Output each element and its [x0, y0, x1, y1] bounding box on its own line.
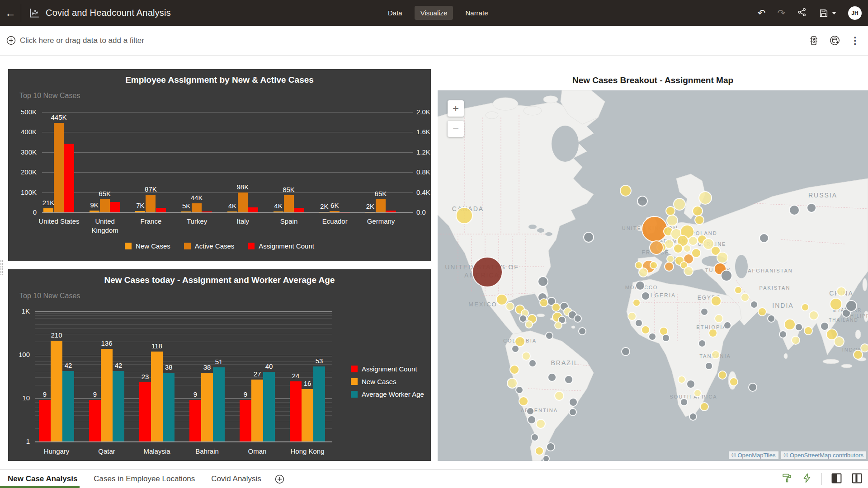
map-bubble[interactable]: [543, 455, 549, 461]
tab-visualize[interactable]: Visualize: [415, 6, 453, 20]
bar-new-cases[interactable]: [365, 212, 375, 213]
map-bubble[interactable]: [531, 434, 538, 441]
map-bubble[interactable]: [665, 262, 674, 271]
map-bubble[interactable]: [689, 236, 698, 245]
auto-insights-bolt-icon[interactable]: [802, 473, 812, 485]
bar-average-worker-age[interactable]: [313, 366, 325, 441]
map-bubble[interactable]: [758, 308, 766, 316]
map-bubble[interactable]: [507, 378, 517, 388]
refresh-data-icon[interactable]: [829, 35, 840, 46]
bar-assignment-count[interactable]: [110, 202, 120, 212]
map-bubble[interactable]: [701, 308, 708, 315]
bar-new-cases[interactable]: [201, 373, 213, 441]
bar-assignment-count[interactable]: [156, 208, 166, 212]
legend-item[interactable]: Assignment Count: [351, 365, 424, 373]
map-bubble[interactable]: [837, 287, 846, 296]
map-bubble[interactable]: [519, 315, 527, 322]
map-bubble[interactable]: [749, 383, 757, 391]
redo-icon[interactable]: ↷: [777, 8, 785, 18]
map-bubble[interactable]: [540, 299, 548, 307]
bar-assignment-count[interactable]: [89, 400, 101, 441]
map-bubble[interactable]: [662, 334, 670, 342]
bar-assignment-count[interactable]: [240, 400, 251, 441]
map-bubble[interactable]: [846, 300, 857, 311]
bar-assignment-count[interactable]: [386, 211, 396, 212]
chart-employee-assignment[interactable]: Employee Assignment by New & Active Case…: [8, 69, 431, 261]
map-bubble[interactable]: [821, 322, 829, 330]
map-bubble[interactable]: [635, 262, 642, 269]
map-bubble[interactable]: [674, 198, 685, 210]
map-bubble[interactable]: [472, 257, 502, 287]
map-bubble[interactable]: [792, 336, 800, 344]
map-bubble[interactable]: [667, 255, 674, 263]
map-bubble[interactable]: [666, 206, 675, 216]
bar-new-cases[interactable]: [90, 211, 99, 212]
bar-assignment-count[interactable]: [248, 207, 258, 212]
map-bubble[interactable]: [730, 378, 738, 386]
canvas-resize-handle[interactable]: [0, 260, 3, 275]
map-bubble[interactable]: [637, 196, 647, 206]
map-bubble[interactable]: [712, 351, 720, 359]
tab-data[interactable]: Data: [382, 6, 408, 20]
map-bubble[interactable]: [536, 419, 545, 428]
canvas-tab-cases-in-employee-locations[interactable]: Cases in Employee Locations: [94, 474, 195, 483]
map-bubble[interactable]: [741, 293, 749, 301]
map-bubble[interactable]: [768, 315, 775, 322]
undo-icon[interactable]: ↶: [758, 8, 766, 18]
map-bubble[interactable]: [622, 347, 630, 356]
add-canvas-button[interactable]: [275, 474, 284, 484]
bar-average-worker-age[interactable]: [163, 373, 175, 441]
bar-new-cases[interactable]: [51, 341, 62, 441]
map-bubble[interactable]: [456, 207, 472, 224]
user-avatar[interactable]: JH: [848, 6, 862, 20]
map-bubble[interactable]: [639, 268, 648, 277]
map-bubble[interactable]: [789, 205, 799, 215]
bar-assignment-count[interactable]: [290, 381, 302, 441]
canvas-menu-icon[interactable]: ⋮: [850, 35, 860, 46]
map-bubble[interactable]: [522, 352, 530, 360]
legend-item[interactable]: Active Cases: [184, 242, 235, 250]
chart-new-cases-today[interactable]: New Cases today - Assignment and Worker …: [8, 269, 431, 461]
bar-active-cases[interactable]: [192, 203, 202, 212]
map-bubble[interactable]: [718, 371, 726, 379]
bar-assignment-count[interactable]: [294, 208, 304, 212]
bar-new-cases[interactable]: [135, 211, 145, 212]
map-bubble[interactable]: [689, 413, 697, 420]
map-bubble[interactable]: [854, 350, 863, 359]
zoom-in-button[interactable]: +: [448, 100, 464, 117]
map-bubble[interactable]: [546, 332, 553, 339]
attribution-openmaptiles[interactable]: © OpenMapTiles: [729, 451, 778, 459]
bar-new-cases[interactable]: [181, 211, 191, 212]
bar-assignment-count[interactable]: [189, 400, 201, 441]
map-bubble[interactable]: [528, 416, 536, 424]
map-bubble[interactable]: [795, 324, 802, 331]
map-bubble[interactable]: [687, 380, 695, 388]
map-bubble[interactable]: [635, 319, 642, 327]
bar-active-cases[interactable]: [284, 195, 294, 212]
save-button[interactable]: [819, 8, 836, 18]
chart-assignment-map[interactable]: New Cases Breakout - Assignment Map: [438, 69, 868, 461]
map-bubble[interactable]: [694, 389, 701, 397]
tab-narrate[interactable]: Narrate: [459, 6, 494, 20]
map-bubble[interactable]: [569, 408, 576, 416]
map-bubble[interactable]: [830, 298, 842, 310]
legend-item[interactable]: New Cases: [125, 242, 170, 250]
map-bubble[interactable]: [548, 373, 556, 381]
map-bubble[interactable]: [705, 362, 712, 370]
map-bubble[interactable]: [565, 375, 573, 384]
bar-assignment-count[interactable]: [340, 212, 350, 213]
touchup-roller-icon[interactable]: [782, 473, 793, 485]
bar-active-cases[interactable]: [238, 192, 248, 212]
map-bubble[interactable]: [538, 277, 548, 286]
map-bubble[interactable]: [735, 286, 742, 294]
map-bubble[interactable]: [861, 344, 868, 352]
bar-new-cases[interactable]: [43, 208, 53, 212]
map-bubble[interactable]: [674, 244, 683, 253]
map-bubble[interactable]: [779, 331, 787, 338]
map-bubble[interactable]: [698, 340, 706, 347]
map-viewport[interactable]: CANADAUNITED STATES OFAMERICAMEXICOCOLOM…: [438, 90, 868, 461]
map-bubble[interactable]: [555, 322, 562, 329]
map-bubble[interactable]: [642, 292, 650, 300]
panel-layout-toggle-2[interactable]: [851, 473, 863, 486]
legend-item[interactable]: New Cases: [351, 378, 424, 385]
